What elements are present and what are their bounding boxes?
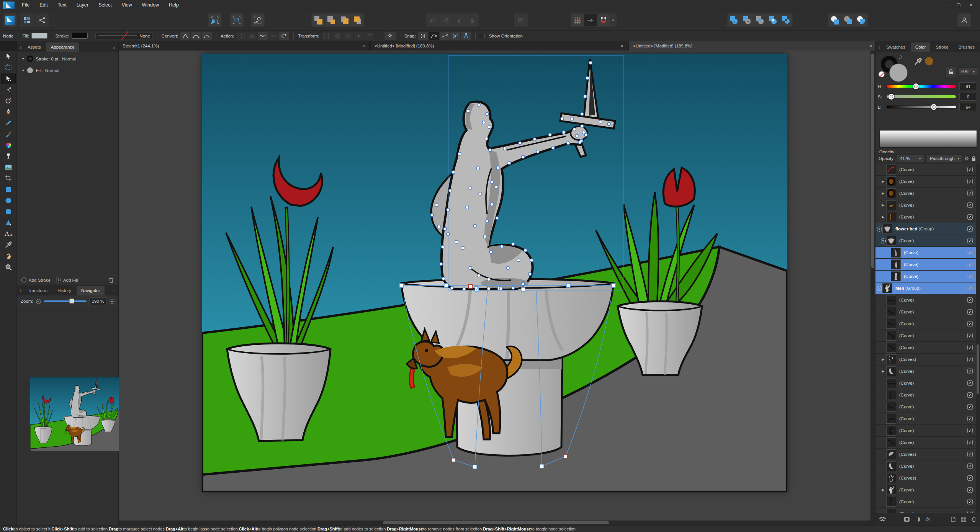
layer-visibility-checkbox[interactable]: ✓ <box>967 214 973 220</box>
back-one-icon[interactable] <box>325 14 337 26</box>
delete-icon[interactable] <box>109 277 114 283</box>
pixel-persona-icon[interactable] <box>21 14 33 26</box>
layer-row-30[interactable]: (Curve)✓ <box>875 508 976 513</box>
vector-node[interactable] <box>503 147 506 150</box>
boolean-subtract-icon[interactable]: − <box>741 14 753 26</box>
select-all-nodes-icon[interactable] <box>209 14 221 26</box>
layer-visibility-checkbox[interactable]: ✓ <box>967 452 973 457</box>
layer-row-9[interactable]: (Curve)✓ <box>875 259 976 271</box>
layer-visibility-checkbox[interactable]: ✓ <box>967 262 973 267</box>
no-color-swatch[interactable] <box>879 71 885 77</box>
vector-node[interactable] <box>517 259 520 262</box>
tab-navigator[interactable]: Navigator <box>77 286 105 295</box>
layer-row-20[interactable]: (Curve)✓ <box>875 389 976 401</box>
insert-behind-icon[interactable] <box>829 14 841 26</box>
adjustment-layer-icon[interactable] <box>915 517 921 522</box>
view-tool[interactable] <box>2 251 15 261</box>
vector-node[interactable] <box>489 250 492 253</box>
sat-value[interactable]: 0 <box>959 93 977 101</box>
flip-horizontal-icon[interactable] <box>427 14 439 26</box>
layer-row-29[interactable]: (Curve)✓ <box>875 496 976 508</box>
selection-handle[interactable] <box>399 284 403 287</box>
vector-node[interactable] <box>578 141 581 144</box>
cycle-transform-mode-button[interactable]: ⟳ <box>384 32 396 40</box>
lock-icon[interactable] <box>946 67 955 77</box>
layer-visibility-checkbox[interactable]: ✓ <box>967 487 973 493</box>
snap-off-curve-icon[interactable] <box>440 32 450 40</box>
move-whole-pixels-icon[interactable] <box>584 14 597 26</box>
doc-tab-1[interactable]: Steemit1 (244.1%)✕ <box>119 41 370 51</box>
vector-node[interactable] <box>586 77 589 80</box>
vector-node[interactable] <box>496 217 499 220</box>
layer-row-7[interactable]: ▼(Curve)✓ <box>875 235 976 247</box>
panel-menu-icon[interactable]: ≡ <box>112 287 118 295</box>
layer-row-19[interactable]: (Curve)✓ <box>875 377 976 389</box>
vector-node[interactable] <box>487 287 490 290</box>
vector-node[interactable] <box>488 126 491 129</box>
move-to-front-icon[interactable] <box>351 14 363 26</box>
layer-visibility-checkbox[interactable]: ✓ <box>967 475 973 481</box>
close-button[interactable]: ✕ <box>969 2 973 8</box>
document-artwork[interactable] <box>202 54 787 492</box>
add-fill-button[interactable]: Add Fill <box>63 278 78 282</box>
selection-handle[interactable] <box>521 287 525 291</box>
place-image-tool[interactable] <box>2 162 15 173</box>
sat-slider[interactable] <box>886 95 956 98</box>
layer-row-27[interactable]: (Curves)✓ <box>875 472 976 484</box>
menu-window[interactable]: Window <box>137 1 164 9</box>
triangle-tool[interactable] <box>2 217 15 228</box>
layer-visibility-checkbox[interactable]: ✓ <box>967 250 973 255</box>
vector-node[interactable] <box>561 117 564 120</box>
insert-inside-icon[interactable] <box>842 14 854 26</box>
pen-tool[interactable] <box>2 106 15 117</box>
layer-row-15[interactable]: (Curve)✓ <box>875 330 976 342</box>
expand-arrow[interactable]: ▼ <box>876 286 882 291</box>
vector-node[interactable] <box>437 225 440 228</box>
action-close-curve-icon[interactable] <box>247 32 257 40</box>
menu-view[interactable]: View <box>117 1 137 9</box>
layer-visibility-checkbox[interactable]: ✓ <box>967 274 973 279</box>
expand-arrow[interactable]: ▶ <box>880 215 886 219</box>
vector-node[interactable] <box>573 128 576 131</box>
layer-row-14[interactable]: (Curve)✓ <box>875 318 976 330</box>
vector-node[interactable] <box>463 288 466 291</box>
expand-arrow[interactable]: ▶ <box>880 369 886 373</box>
layer-row-25[interactable]: (Curves)✓ <box>875 449 976 460</box>
layer-row-18[interactable]: ▶(Curve)✓ <box>875 366 976 377</box>
vector-node[interactable] <box>519 142 522 145</box>
vector-node[interactable] <box>486 220 489 223</box>
vector-node[interactable] <box>452 171 455 174</box>
vector-node[interactable] <box>473 224 476 227</box>
vector-node[interactable] <box>461 246 464 250</box>
vector-node[interactable] <box>476 167 479 170</box>
vector-node[interactable] <box>495 185 498 188</box>
expand-arrow[interactable]: ▶ <box>880 180 886 183</box>
transform-mode-icon[interactable] <box>322 32 332 40</box>
lock-layer-icon[interactable] <box>972 156 976 161</box>
layer-visibility-checkbox[interactable]: ✓ <box>967 333 973 338</box>
vector-node[interactable] <box>548 133 551 136</box>
snap-while-dragging-icon[interactable] <box>429 32 439 40</box>
vector-node[interactable] <box>466 206 469 209</box>
layer-row-13[interactable]: (Curve)✓ <box>875 306 976 318</box>
zoom-in-button[interactable]: + <box>110 299 115 304</box>
menu-text[interactable]: Text <box>53 1 72 9</box>
artboard-tool[interactable] <box>2 62 15 73</box>
vector-node[interactable] <box>469 266 472 269</box>
zoom-slider[interactable] <box>44 300 87 302</box>
convert-smart-icon[interactable] <box>202 32 212 40</box>
tab-appearance[interactable]: Appearance <box>46 42 79 52</box>
vector-node[interactable] <box>441 245 444 248</box>
vector-node[interactable] <box>477 274 480 277</box>
transparency-tool[interactable] <box>2 151 15 162</box>
vector-node[interactable] <box>440 263 443 266</box>
blend-options-gear-icon[interactable]: ⚙ <box>964 155 969 162</box>
stroke-width-widget[interactable]: None <box>95 33 153 39</box>
export-persona-icon[interactable] <box>36 14 48 26</box>
color-preview-gradient[interactable] <box>879 130 977 148</box>
layer-row-24[interactable]: (Curve)✓ <box>875 437 976 449</box>
selection-handle[interactable] <box>473 465 477 469</box>
close-tab-icon[interactable]: ✕ <box>358 44 365 49</box>
layer-row-26[interactable]: (Curve)✓ <box>875 460 976 472</box>
layer-row-11[interactable]: ▼Men (Group)✓ <box>875 282 976 294</box>
